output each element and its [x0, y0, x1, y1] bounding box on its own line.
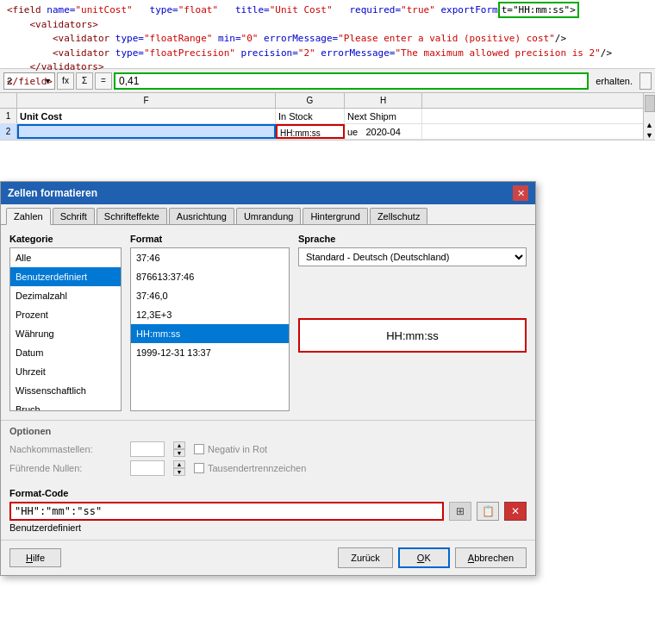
kategorie-item-datum[interactable]: Datum [10, 343, 121, 362]
fuhrende-nullen-up[interactable]: ▲ [173, 460, 185, 468]
tab-ausrichtung[interactable]: Ausrichtung [169, 208, 234, 224]
format-list[interactable]: 37:46 876613:37:46 37:46,0 12,3E+3 HH:mm… [130, 247, 290, 411]
kategorie-label: Kategorie [9, 234, 122, 244]
negativ-rot-checkbox[interactable] [194, 444, 204, 454]
tab-zellschutz[interactable]: Zellschutz [370, 208, 428, 224]
back-button[interactable]: Zurück [338, 547, 393, 568]
ok-underline: O [417, 553, 425, 563]
cell-f2[interactable] [17, 124, 276, 139]
nachkommastellen-up[interactable]: ▲ [173, 441, 185, 449]
kategorie-item-alle[interactable]: Alle [10, 248, 121, 267]
cell-g3[interactable]: HH:mm:ss [276, 140, 345, 141]
format-code-input[interactable] [9, 502, 444, 521]
cell-g1[interactable]: In Stock [276, 109, 345, 123]
kategorie-item-prozent[interactable]: Prozent [10, 305, 121, 324]
kategorie-item-uhrzeit[interactable]: Uhrzeit [10, 362, 121, 381]
kategorie-list[interactable]: Alle Benutzerdefiniert Dezimalzahl Proze… [9, 247, 122, 411]
footer-right: Zurück OK Abbrechen [338, 547, 527, 568]
row-num-3: 3 [0, 140, 17, 141]
dialog-close-button[interactable]: ✕ [513, 185, 528, 201]
fuhrende-nullen-down[interactable]: ▼ [173, 468, 185, 476]
scrollbar-thumb[interactable] [645, 95, 655, 112]
grid-row-1: 1 Unit Cost In Stock Next Shipm [0, 109, 655, 124]
fuhrende-nullen-label: Führende Nullen: [9, 463, 122, 473]
nachkommastellen-input[interactable] [130, 441, 165, 457]
format-code-section: Format-Code ⊞ 📋 ✕ Benutzerdefiniert [1, 485, 535, 540]
fuhrende-nullen-input[interactable] [130, 460, 165, 476]
code-line-4: <validator type="floatPrecision" precisi… [7, 47, 648, 61]
code-editor: <field name="unitCost" type="float" titl… [0, 0, 655, 69]
tab-hintergrund[interactable]: Hintergrund [303, 208, 367, 224]
col-header-h: H [345, 93, 422, 108]
tausender-checkbox[interactable] [194, 463, 204, 473]
format-item-3746[interactable]: 37:46 [131, 248, 289, 267]
cell-f3[interactable] [17, 140, 276, 141]
col-header-f: F [17, 93, 276, 108]
scroll-down-btn[interactable]: ▼ [644, 131, 655, 140]
grid-row-2: 2 HH:mm:ss ue 2020-04 [0, 124, 655, 140]
code-line-2: <validators> [7, 18, 648, 33]
negativ-rot-label: Negativ in Rot [194, 444, 267, 454]
sprache-panel: Sprache Standard - Deutsch (Deutschland)… [298, 234, 527, 411]
allowed-text: allowed [469, 47, 508, 59]
code-line-5: </validators> [7, 60, 648, 75]
format-code-copy-btn[interactable]: 📋 [477, 502, 499, 521]
fuhrende-nullen-spinner: ▲ ▼ [173, 460, 185, 476]
format-item-3746-0[interactable]: 37:46,0 [131, 286, 289, 305]
grid-row-3: 3 HH:mm:ss [0, 140, 655, 141]
help-button[interactable]: Hilfe [9, 548, 61, 567]
vertical-scrollbar[interactable]: ▼ ▲ [643, 93, 655, 140]
dialog-titlebar: Zellen formatieren ✕ [1, 182, 535, 204]
tab-schrift[interactable]: Schrift [53, 208, 95, 224]
cell-h1[interactable]: Next Shipm [345, 109, 422, 123]
nachkommastellen-row: Nachkommastellen: ▲ ▼ Negativ in Rot [9, 441, 527, 457]
format-code-btn1[interactable]: ⊞ [449, 502, 471, 521]
footer-left: Hilfe [9, 548, 61, 567]
ok-button[interactable]: OK [398, 547, 450, 568]
format-item-123e3[interactable]: 12,3E+3 [131, 305, 289, 324]
row-num-2: 2 [0, 124, 17, 139]
format-item-date[interactable]: 1999-12-31 13:37 [131, 343, 289, 362]
nachkommastellen-spinner: ▲ ▼ [173, 441, 185, 457]
code-line-1: <field name="unitCost" type="float" titl… [7, 3, 648, 18]
spreadsheet-grid: F G H 1 Unit Cost In Stock Next Shipm 2 … [0, 93, 655, 141]
options-title: Optionen [9, 426, 527, 436]
tab-schrifteffekte[interactable]: Schrifteffekte [97, 208, 167, 224]
dialog-footer: Hilfe Zurück OK Abbrechen [1, 540, 535, 575]
format-code-delete-btn[interactable]: ✕ [504, 502, 527, 521]
tab-zahlen[interactable]: Zahlen [6, 208, 51, 225]
kategorie-item-bruch[interactable]: Bruch [10, 400, 121, 411]
cell-g2[interactable]: HH:mm:ss [276, 124, 345, 139]
kategorie-item-wahrung[interactable]: Währung [10, 324, 121, 343]
dialog-title: Zellen formatieren [8, 187, 97, 199]
tausender-text: Tausendertrennzeichen [208, 463, 306, 473]
cancel-a-underline: A [468, 553, 474, 563]
kategorie-item-benutzerdefiniert[interactable]: Benutzerdefiniert [10, 267, 121, 286]
preview-value: HH:mm:ss [386, 329, 439, 342]
format-label: Format [130, 234, 290, 244]
cell-h3[interactable] [345, 140, 422, 141]
cell-h2[interactable]: ue 2020-04 [345, 124, 422, 139]
format-cells-dialog: Zellen formatieren ✕ Zahlen Schrift Schr… [0, 181, 536, 576]
export-format-highlight: t="HH:mm:ss"> [498, 2, 579, 18]
tab-umrandung[interactable]: Umrandung [236, 208, 301, 224]
scroll-up-btn[interactable]: ▲ [644, 121, 655, 129]
cell-f1[interactable]: Unit Cost [17, 109, 276, 123]
dialog-tabs: Zahlen Schrift Schrifteffekte Ausrichtun… [1, 204, 535, 225]
code-line-6: </field> [7, 75, 648, 90]
negativ-rot-text: Negativ in Rot [208, 444, 267, 454]
sprache-label: Sprache [298, 234, 527, 244]
kategorie-item-dezimalzahl[interactable]: Dezimalzahl [10, 286, 121, 305]
format-item-876613[interactable]: 876613:37:46 [131, 267, 289, 286]
column-headers: F G H [0, 93, 655, 109]
kategorie-item-wissenschaftlich[interactable]: Wissenschaftlich [10, 381, 121, 400]
nachkommastellen-down[interactable]: ▼ [173, 449, 185, 457]
fuhrende-nullen-row: Führende Nullen: ▲ ▼ Tausendertrennzeich… [9, 460, 527, 476]
kategorie-panel: Kategorie Alle Benutzerdefiniert Dezimal… [9, 234, 122, 411]
format-item-hhmmss[interactable]: HH:mm:ss [131, 324, 289, 343]
cancel-button[interactable]: Abbrechen [455, 547, 527, 568]
options-section: Optionen Nachkommastellen: ▲ ▼ Negativ i… [1, 420, 535, 485]
row-num-1: 1 [0, 109, 17, 123]
sprache-select[interactable]: Standard - Deutsch (Deutschland) [298, 247, 527, 266]
dialog-body: Kategorie Alle Benutzerdefiniert Dezimal… [1, 225, 535, 420]
